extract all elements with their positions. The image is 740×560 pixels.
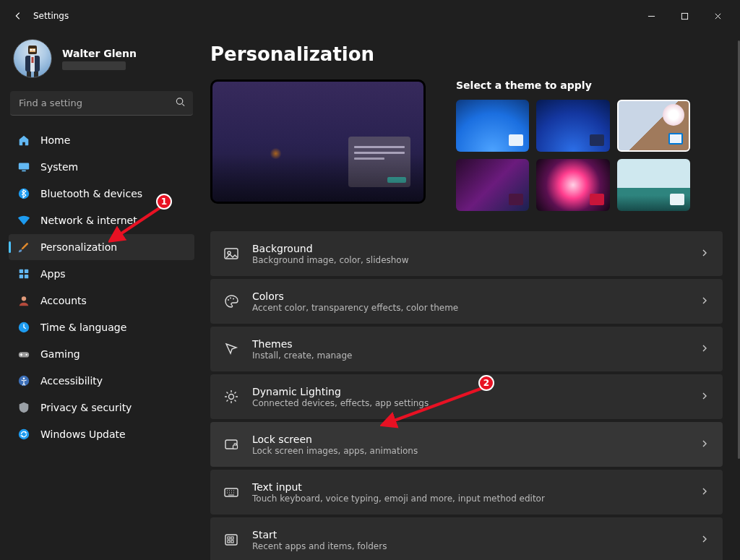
chevron-right-icon [700,247,710,261]
sidebar-item-windows-update[interactable]: Windows Update [9,421,194,447]
gaming-icon [17,348,30,361]
row-title: Text input [252,481,687,493]
theme-option-5[interactable] [536,159,609,211]
chevron-right-icon [700,295,710,309]
sidebar-item-label: Windows Update [40,428,126,440]
chevron-right-icon [700,533,710,547]
sidebar-item-label: System [40,161,78,173]
sidebar: Walter Glenn HomeSystemBluetooth & devic… [0,32,199,560]
time-icon [17,321,30,334]
sidebar-item-label: Network & internet [40,215,137,226]
sidebar-item-label: Personalization [40,241,117,253]
theme-option-3[interactable] [617,100,690,152]
close-button[interactable] [701,4,734,27]
nav-list: HomeSystemBluetooth & devicesNetwork & i… [9,127,194,447]
themes-heading: Select a theme to apply [456,79,723,91]
chevron-right-icon [700,486,710,499]
page-title: Personalization [210,43,723,65]
sidebar-item-home[interactable]: Home [9,127,194,153]
profile[interactable]: Walter Glenn [9,35,194,88]
sidebar-item-label: Time & language [40,322,126,333]
themes-icon [223,341,239,357]
row-title: Colors [252,290,687,302]
kb-icon [223,484,239,500]
lock-icon [223,436,239,452]
settings-row-background[interactable]: BackgroundBackground image, color, slide… [210,231,723,276]
wifi-icon [17,214,30,227]
light-icon [223,389,239,405]
sidebar-item-accessibility[interactable]: Accessibility [9,368,194,394]
minimize-button[interactable] [634,4,668,27]
apps-icon [17,267,30,280]
system-icon [17,160,30,173]
row-title: Lock screen [252,434,687,445]
sidebar-item-apps[interactable]: Apps [9,261,194,287]
sidebar-item-bluetooth-devices[interactable]: Bluetooth & devices [9,181,194,207]
settings-row-lock-screen[interactable]: Lock screenLock screen images, apps, ani… [210,422,723,467]
privacy-icon [17,401,30,414]
chevron-right-icon [700,390,710,404]
bt-icon [17,187,30,200]
sidebar-item-label: Bluetooth & devices [40,188,142,199]
sidebar-item-label: Accounts [40,295,87,306]
access-icon [17,374,30,387]
settings-row-themes[interactable]: ThemesInstall, create, manage [210,327,723,371]
row-title: Themes [252,338,687,350]
row-desc: Accent color, transparency effects, colo… [252,303,687,313]
sidebar-item-label: Accessibility [40,375,103,387]
row-title: Dynamic Lighting [252,386,687,397]
sidebar-item-time-language[interactable]: Time & language [9,314,194,340]
row-desc: Install, create, manage [252,350,687,361]
svg-rect-37 [27,72,31,77]
theme-option-6[interactable] [617,159,690,211]
row-desc: Recent apps and items, folders [252,541,687,551]
row-desc: Background image, color, slideshow [252,255,687,265]
settings-row-text-input[interactable]: Text inputTouch keyboard, voice typing, … [210,470,723,514]
row-title: Background [252,243,687,254]
search-box[interactable] [10,91,193,116]
theme-option-2[interactable] [536,100,609,152]
theme-option-4[interactable] [456,159,529,211]
sidebar-item-label: Apps [40,268,66,280]
desktop-preview[interactable] [210,79,426,204]
settings-row-dynamic-lighting[interactable]: Dynamic LightingConnected devices, effec… [210,374,723,419]
sidebar-item-label: Privacy & security [40,402,132,413]
row-title: Start [252,529,687,540]
palette-icon [223,293,239,309]
svg-rect-33 [33,49,35,51]
search-input[interactable] [10,91,193,116]
theme-grid [456,100,690,211]
user-subtitle-redacted [62,61,126,70]
row-desc: Lock screen images, apps, animations [252,446,687,456]
svg-rect-36 [32,57,34,63]
update-icon [17,428,30,441]
sidebar-item-label: Gaming [40,348,80,360]
back-button[interactable] [13,11,23,21]
sidebar-item-personalization[interactable]: Personalization [9,234,194,260]
sidebar-item-label: Home [40,134,70,146]
start-icon [223,532,239,548]
sidebar-item-system[interactable]: System [9,154,194,180]
chevron-right-icon [700,438,710,452]
sidebar-item-network-internet[interactable]: Network & internet [9,207,194,233]
settings-row-start[interactable]: StartRecent apps and items, folders [210,517,723,560]
row-desc: Touch keyboard, voice typing, emoji and … [252,494,687,504]
svg-rect-32 [30,49,33,51]
settings-row-colors[interactable]: ColorsAccent color, transparency effects… [210,279,723,324]
chevron-right-icon [700,343,710,356]
user-name: Walter Glenn [62,48,137,59]
sidebar-item-accounts[interactable]: Accounts [9,288,194,314]
window-title: Settings [33,11,69,21]
sidebar-item-gaming[interactable]: Gaming [9,341,194,367]
sidebar-item-privacy-security[interactable]: Privacy & security [9,395,194,421]
maximize-button[interactable] [668,4,701,27]
brush-icon [17,241,30,254]
row-desc: Connected devices, effects, app settings [252,398,687,408]
svg-rect-38 [34,72,38,77]
theme-option-1[interactable] [456,100,529,152]
main-content: Personalization Select a theme to apply … [199,32,740,560]
account-icon [17,294,30,307]
titlebar: Settings [0,0,740,32]
search-icon [175,97,186,111]
picture-icon [223,246,239,262]
